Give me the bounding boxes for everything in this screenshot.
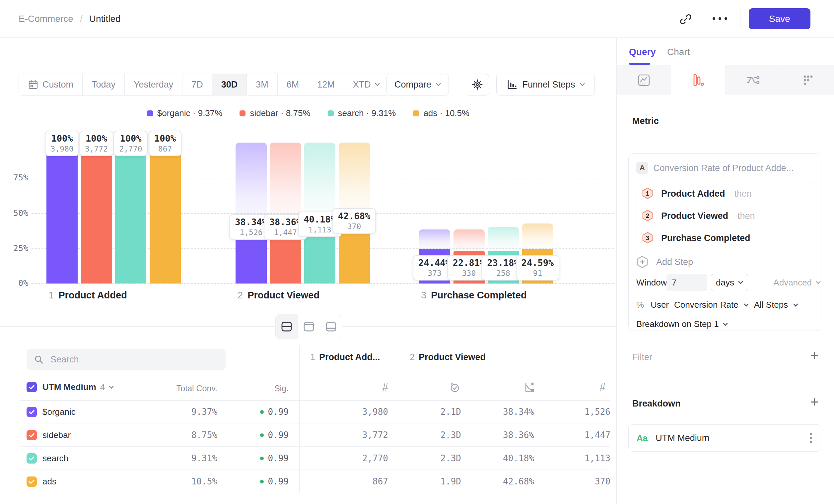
range-yesterday[interactable]: Yesterday (125, 74, 182, 95)
line-chart-tab[interactable] (617, 65, 671, 95)
funnel-bar[interactable] (81, 143, 112, 283)
compare-button[interactable]: Compare (387, 74, 449, 95)
count-column-icon[interactable]: # (352, 381, 388, 393)
range-12m[interactable]: 12M (308, 74, 344, 95)
range-custom[interactable]: Custom (19, 74, 83, 95)
save-button[interactable]: Save (749, 8, 810, 29)
bar-value-label: 100%867 (149, 131, 181, 156)
breakdown-column-header[interactable]: UTM Medium 4 (42, 382, 114, 392)
measure-scope[interactable]: All Steps (754, 300, 788, 310)
metric-step-suffix: then (734, 189, 752, 199)
range-30d[interactable]: 30D (212, 74, 247, 95)
row-pct: 38.36% (478, 423, 534, 446)
range-today[interactable]: Today (83, 74, 125, 95)
row-time: 2.3D (405, 446, 461, 470)
legend-item-ads[interactable]: ads · 10.5% (413, 108, 469, 118)
step1-number: 1 (310, 352, 315, 362)
table-only-view-button[interactable] (320, 314, 342, 339)
row-pct: 40.18% (478, 446, 534, 470)
legend-item-sidebar[interactable]: sidebar · 8.75% (240, 108, 310, 118)
funnel-bar-ghost (419, 229, 450, 249)
bar-pct: 42.68% (338, 210, 371, 222)
count2-column-icon[interactable]: # (569, 381, 606, 393)
measure-metric[interactable]: Conversion Rate (674, 300, 739, 310)
row-significance: 0.99 (236, 423, 289, 446)
table-row[interactable]: sidebar8.75%0.993,7722.3D38.36%1,447 (20, 423, 610, 446)
metric-name[interactable]: Conversion Rate of Product Adde... (653, 163, 793, 174)
add-filter-button[interactable]: + (810, 348, 819, 363)
legend-item-search[interactable]: search · 9.31% (328, 108, 396, 118)
metric-step[interactable]: 1Product Addedthen (636, 183, 814, 205)
check-icon (29, 433, 35, 438)
query-panel: Query Chart (616, 38, 834, 504)
search-icon (34, 354, 44, 364)
measure-entity[interactable]: User (651, 300, 669, 310)
advanced-toggle[interactable]: Advanced (773, 274, 821, 291)
table-row[interactable]: search9.31%0.992,7702.3D40.18%1,113 (20, 446, 610, 470)
funnel-bar-ghost (488, 227, 519, 251)
row-time: 2.1D (405, 400, 461, 423)
y-axis-label: 0% (8, 278, 28, 289)
metric-step[interactable]: 2Product Viewedthen (636, 205, 814, 227)
kebab-menu-icon[interactable] (809, 432, 812, 444)
metric-section-title: Metric (632, 116, 659, 126)
range-label: XTD (353, 79, 371, 90)
bar-value-label: 100%3,980 (45, 131, 79, 156)
retention-grid-tab[interactable] (780, 65, 834, 95)
window-value-input[interactable] (666, 274, 707, 291)
bar-pct: 100% (85, 133, 108, 144)
total-conv-header[interactable]: Total Conv. (146, 384, 217, 393)
breakdown-on-step-select[interactable]: Breakdown on Step 1 (636, 319, 728, 329)
tab-chart[interactable]: Chart (667, 47, 690, 58)
row-checkbox[interactable] (26, 477, 37, 487)
time-to-convert-column-icon[interactable] (448, 381, 460, 395)
chart-type-button[interactable]: Funnel Steps (496, 74, 595, 95)
conversion-column-icon[interactable] (524, 381, 535, 395)
bar-value-label: 100%3,772 (79, 131, 113, 156)
row-checkbox[interactable] (26, 407, 37, 417)
add-breakdown-button[interactable]: + (810, 395, 819, 409)
chart-settings-button[interactable] (466, 74, 489, 95)
chart-only-view-button[interactable] (298, 314, 320, 339)
breadcrumb-workspace[interactable]: E-Commerce (19, 14, 73, 24)
tab-query[interactable]: Query (629, 47, 656, 58)
row-checkbox[interactable] (26, 430, 37, 440)
bar-count: 1,447 (269, 228, 302, 237)
row-count: 1,113 (551, 446, 610, 470)
funnel-chart-tab[interactable] (671, 65, 726, 95)
flow-chart-tab[interactable] (726, 65, 780, 95)
select-all-checkbox[interactable] (26, 382, 37, 392)
legend-swatch (147, 110, 153, 116)
search-input[interactable] (50, 354, 210, 365)
more-options-icon[interactable] (711, 16, 728, 21)
row-step1: 2,770 (319, 446, 388, 470)
range-7d[interactable]: 7D (182, 74, 212, 95)
breakdown-item[interactable]: Aa UTM Medium (628, 425, 821, 452)
topbar-divider (740, 8, 741, 29)
funnel-steps-icon (506, 79, 518, 90)
legend-item-organic[interactable]: $organic · 9.37% (147, 108, 223, 118)
metric-step[interactable]: 3Purchase Completed (636, 227, 814, 249)
bar-count: 330 (453, 269, 485, 278)
funnel-bar[interactable] (150, 143, 181, 283)
row-checkbox[interactable] (26, 453, 37, 463)
range-6m[interactable]: 6M (278, 74, 309, 95)
sig-header[interactable]: Sig. (236, 384, 289, 393)
range-3m[interactable]: 3M (247, 74, 278, 95)
add-step-button[interactable]: Add Step (636, 255, 693, 269)
split-view-button[interactable] (276, 314, 298, 339)
table-row[interactable]: ads10.5%0.998671.9D42.68%370 (20, 470, 610, 493)
breakdown-column-name: UTM Medium (42, 382, 96, 392)
legend-label: $organic · 9.37% (157, 108, 223, 118)
svg-text:1: 1 (646, 190, 649, 197)
funnel-bar[interactable] (115, 143, 146, 283)
window-unit-select[interactable]: days (711, 274, 748, 291)
breadcrumb-title[interactable]: Untitled (89, 14, 121, 24)
row-pct: 38.34% (478, 400, 534, 423)
share-link-icon[interactable] (679, 13, 692, 25)
funnel-bar[interactable] (46, 143, 78, 283)
row-time: 2.3D (405, 423, 461, 446)
chart-type-label: Funnel Steps (522, 79, 575, 90)
range-xtd[interactable]: XTD (344, 74, 389, 95)
table-row[interactable]: $organic9.37%0.993,9802.1D38.34%1,526 (20, 400, 610, 423)
